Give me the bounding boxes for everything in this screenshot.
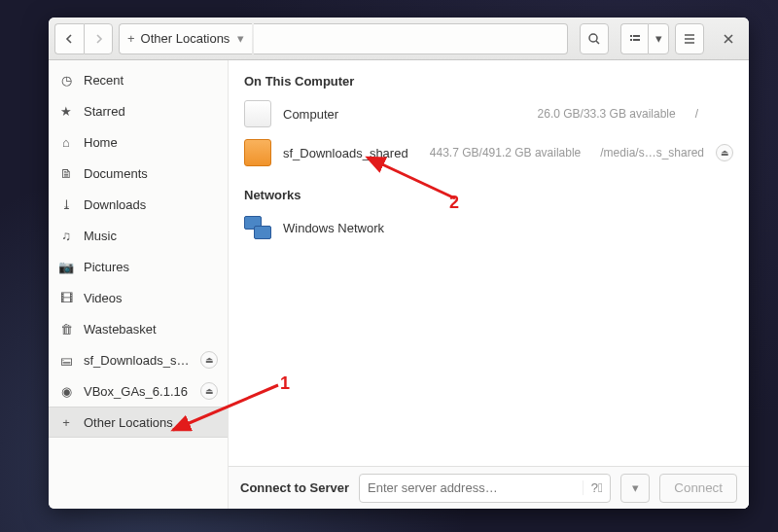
sidebar-item-label: Recent [84,73,218,88]
pathbar-label: Other Locations [141,31,230,46]
sidebar-item-documents[interactable]: 🗎Documents [49,158,228,189]
sidebar-item-sf-downloads-shared[interactable]: 🖴sf_Downloads_shared⏏ [49,344,228,375]
server-address-input[interactable] [360,480,583,495]
home-icon: ⌂ [58,135,74,150]
sidebar-item-label: Pictures [84,260,218,274]
location-entry-area[interactable] [254,23,568,54]
sidebar-item-recent[interactable]: ◷Recent [49,64,228,95]
location-name: Computer [283,107,338,122]
sidebar: ◷Recent★Starred⌂Home🗎Documents⤓Downloads… [49,60,229,509]
location-mountpoint: /media/s…s_shared [592,146,704,160]
connect-label: Connect to Server [240,480,349,495]
document-icon: 🗎 [58,166,74,181]
drive-icon: 🖴 [58,353,74,368]
sidebar-item-other-locations[interactable]: +Other Locations [49,407,228,438]
sidebar-item-downloads[interactable]: ⤓Downloads [49,189,228,220]
nav-buttons [54,23,113,54]
help-icon[interactable]: ?⃝ [583,480,610,495]
svg-point-0 [589,34,597,42]
eject-button[interactable]: ⏏ [716,144,733,161]
location-row-shared[interactable]: sf_Downloads_shared 443.7 GB/491.2 GB av… [240,133,737,172]
section-heading-networks: Networks [240,182,737,208]
section-heading-computer: On This Computer [240,68,737,94]
location-mountpoint: / [688,107,698,121]
sidebar-item-label: Wastebasket [84,322,218,337]
sidebar-item-videos[interactable]: 🎞Videos [49,282,228,313]
recent-servers-button[interactable]: ▾ [620,474,650,503]
forward-button[interactable] [84,23,113,54]
list-view-button[interactable] [620,23,648,54]
search-button[interactable] [580,23,609,54]
svg-rect-5 [633,39,640,41]
main-pane: On This Computer Computer 26.0 GB/33.3 G… [229,60,749,509]
sidebar-item-label: Starred [84,104,218,119]
sidebar-item-home[interactable]: ⌂Home [49,126,228,158]
music-icon: ♫ [58,229,74,243]
sidebar-item-vbox-gas-6-1-16[interactable]: ◉VBox_GAs_6.1.16⏏ [49,375,228,407]
eject-button[interactable]: ⏏ [200,382,218,400]
sidebar-item-music[interactable]: ♫Music [49,220,228,251]
clock-icon: ◷ [58,73,74,88]
plus-icon: + [127,31,135,46]
back-button[interactable] [54,23,84,54]
connect-bar: Connect to Server ?⃝ ▾ Connect [229,466,749,509]
locations-list: On This Computer Computer 26.0 GB/33.3 G… [229,60,749,466]
pathbar[interactable]: + Other Locations ▾ [119,23,252,54]
connect-button[interactable]: Connect [659,474,737,503]
external-drive-icon [244,139,271,166]
chevron-down-icon: ▾ [237,31,244,46]
close-button[interactable] [714,23,743,54]
titlebar: + Other Locations ▾ ▾ [49,18,749,60]
sidebar-item-label: Videos [84,291,218,305]
download-icon: ⤓ [58,197,74,212]
sidebar-item-label: Music [84,229,218,243]
location-row-computer[interactable]: Computer 26.0 GB/33.3 GB available / [240,94,737,133]
video-icon: 🎞 [58,291,74,305]
location-name: sf_Downloads_shared [283,146,408,160]
camera-icon: 📷 [58,260,74,274]
sidebar-item-starred[interactable]: ★Starred [49,95,228,126]
sidebar-item-label: sf_Downloads_shared [84,353,191,368]
view-options-button[interactable]: ▾ [648,23,669,54]
svg-rect-4 [630,39,632,41]
sidebar-item-pictures[interactable]: 📷Pictures [49,251,228,282]
plus-icon: + [58,415,74,430]
sidebar-item-wastebasket[interactable]: 🗑Wastebasket [49,313,228,344]
location-availability: 443.7 GB/491.2 GB available [420,146,582,160]
sidebar-item-label: Other Locations [84,415,218,430]
svg-rect-3 [633,35,640,37]
location-availability: 26.0 GB/33.3 GB available [350,107,676,121]
file-manager-window: + Other Locations ▾ ▾ ◷Recent★Starred⌂Ho… [49,18,749,509]
eject-button[interactable]: ⏏ [200,351,218,369]
svg-rect-2 [630,35,632,37]
server-address-wrap: ?⃝ [359,474,611,503]
hamburger-menu-button[interactable] [675,23,704,54]
disc-icon: ◉ [58,384,74,399]
star-icon: ★ [58,104,74,119]
svg-line-1 [596,41,599,44]
sidebar-item-label: Home [84,135,218,150]
location-row-network[interactable]: Windows Network [240,208,737,247]
view-controls: ▾ [620,23,669,54]
sidebar-item-label: Downloads [84,197,218,212]
network-icon [244,214,271,241]
location-name: Windows Network [283,221,384,235]
sidebar-item-label: Documents [84,166,218,181]
harddisk-icon [244,100,271,127]
trash-icon: 🗑 [58,322,74,337]
sidebar-item-label: VBox_GAs_6.1.16 [84,384,191,399]
window-body: ◷Recent★Starred⌂Home🗎Documents⤓Downloads… [49,60,749,509]
